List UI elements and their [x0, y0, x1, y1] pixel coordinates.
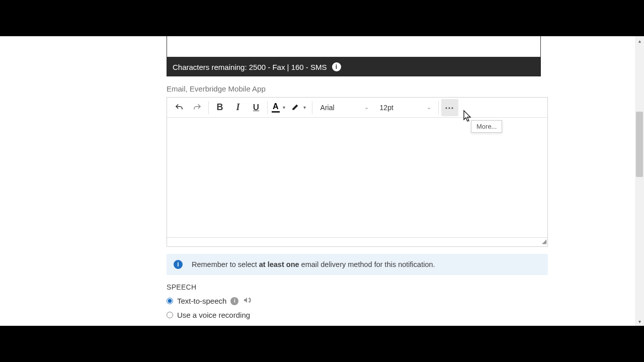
highlight-icon — [291, 102, 300, 113]
more-icon: ⋯ — [445, 102, 454, 113]
bold-icon: B — [217, 102, 223, 113]
font-size-select[interactable]: 12pt ⌄ — [375, 99, 435, 116]
radio-voice[interactable] — [167, 312, 173, 318]
text-color-button[interactable]: A ▾ — [270, 99, 289, 116]
letterbox-top — [0, 0, 644, 36]
info-alert: i Remember to select at least one email … — [167, 254, 548, 275]
editor-toolbar: B I U A ▾ ▾ Arial ⌄ — [167, 98, 547, 118]
toolbar-divider — [267, 101, 268, 114]
chevron-down-icon: ▾ — [281, 105, 287, 110]
radio-tts-label: Text-to-speech — [177, 297, 226, 305]
speech-option-voice[interactable]: Use a voice recording — [167, 311, 548, 319]
editor-section-label: Email, Everbridge Mobile App — [167, 84, 548, 93]
text-color-icon: A — [272, 102, 280, 113]
redo-icon — [193, 103, 202, 112]
undo-button[interactable] — [171, 99, 188, 116]
font-family-value: Arial — [320, 104, 335, 112]
underline-button[interactable]: U — [248, 99, 265, 116]
chevron-down-icon: ⌄ — [364, 104, 369, 111]
chevron-down-icon: ▾ — [301, 105, 308, 110]
scroll-thumb[interactable] — [636, 112, 643, 177]
italic-icon: I — [236, 102, 239, 113]
underline-icon: U — [253, 103, 259, 113]
alert-text-post: email delivery method for this notificat… — [299, 260, 435, 268]
upper-message-textarea[interactable] — [167, 36, 541, 57]
vertical-scrollbar[interactable]: ▴ ▾ — [635, 36, 644, 326]
toolbar-divider — [312, 101, 312, 114]
letterbox-bottom — [0, 326, 644, 362]
alert-text-pre: Remember to select — [192, 260, 259, 268]
app-viewport: Characters remaining: 2500 - Fax | 160 -… — [0, 36, 644, 326]
radio-tts[interactable] — [167, 298, 173, 304]
undo-icon — [175, 103, 184, 112]
font-size-value: 12pt — [380, 104, 393, 112]
more-button[interactable]: ⋯ — [441, 99, 458, 116]
editor-resize-handle[interactable]: ◢ — [167, 237, 547, 246]
scroll-down-arrow[interactable]: ▾ — [635, 317, 644, 326]
highlight-color-button[interactable]: ▾ — [289, 99, 310, 116]
toolbar-divider — [438, 101, 439, 114]
radio-voice-label: Use a voice recording — [177, 311, 250, 319]
italic-button[interactable]: I — [229, 99, 247, 116]
speech-option-tts[interactable]: Text-to-speech i — [167, 296, 548, 306]
rich-text-editor: B I U A ▾ ▾ Arial ⌄ — [167, 97, 548, 247]
info-icon[interactable]: i — [230, 297, 238, 305]
content-column: Characters remaining: 2500 - Fax | 160 -… — [167, 36, 548, 326]
character-count-bar: Characters remaining: 2500 - Fax | 160 -… — [167, 57, 541, 76]
redo-button[interactable] — [189, 99, 206, 116]
info-icon[interactable]: i — [332, 62, 341, 71]
chevron-down-icon: ⌄ — [427, 104, 431, 111]
speech-heading: SPEECH — [167, 283, 548, 291]
speaker-icon[interactable] — [243, 296, 252, 306]
character-count-text: Characters remaining: 2500 - Fax | 160 -… — [173, 63, 327, 71]
scroll-up-arrow[interactable]: ▴ — [635, 36, 644, 45]
bold-button[interactable]: B — [211, 99, 228, 116]
font-family-select[interactable]: Arial ⌄ — [315, 99, 373, 116]
alert-text: Remember to select at least one email de… — [192, 260, 435, 268]
toolbar-divider — [208, 101, 209, 114]
editor-content-area[interactable] — [167, 118, 547, 237]
info-icon: i — [174, 260, 183, 269]
alert-text-bold: at least one — [259, 260, 299, 268]
more-tooltip: More... — [471, 120, 502, 133]
